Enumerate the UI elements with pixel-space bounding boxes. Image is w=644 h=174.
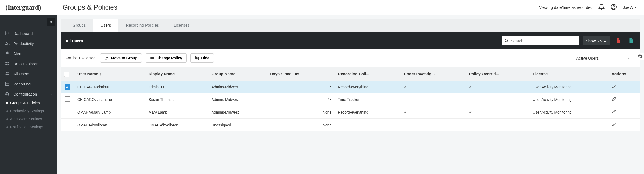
sidebar-item-reporting[interactable]: Reporting <box>0 79 57 89</box>
table-row[interactable]: CHICAGO\admin00 admin 00 Admins-Midwest … <box>61 81 640 93</box>
bell-icon <box>5 51 10 56</box>
grid-icon <box>5 61 10 66</box>
export-pdf-button[interactable] <box>614 36 623 45</box>
row-checkbox[interactable] <box>65 122 70 127</box>
pencil-icon <box>612 109 616 114</box>
cell-display-name: OMAHA\bvalloran <box>145 119 208 131</box>
show-value: 25 <box>597 39 602 43</box>
svg-rect-7 <box>8 64 9 65</box>
cell-days-since: None <box>267 106 335 119</box>
cell-display-name: Susan Thomas <box>145 93 208 106</box>
user-menu[interactable]: Joe A <box>623 5 637 10</box>
button-label: Hide <box>201 56 209 60</box>
cell-license: User Activity Monitoring <box>530 81 608 93</box>
subnav-groups-policies[interactable]: Groups & Policies <box>3 99 57 107</box>
cell-under-investigation: ✓ <box>401 106 466 119</box>
cell-policy-override: ✓ <box>466 81 530 93</box>
cell-recording-policy <box>335 119 401 131</box>
sidebar-item-label: Dashboard <box>13 31 33 36</box>
col-license[interactable]: License <box>530 67 608 81</box>
table-row[interactable]: OMAHA\bvalloran OMAHA\bvalloran Unassign… <box>61 119 640 131</box>
tab-users[interactable]: Users <box>93 19 118 32</box>
col-user-name[interactable]: User Name↑ <box>74 67 145 81</box>
users-icon <box>105 56 109 60</box>
sidebar-item-label: Data Explorer <box>13 61 38 66</box>
col-display-name[interactable]: Display Name <box>145 67 208 81</box>
row-checkbox[interactable] <box>65 109 70 114</box>
sidebar-item-label: Productivity <box>13 41 34 46</box>
sidebar-item-label: Alerts <box>13 51 23 56</box>
show-count-dropdown[interactable]: Show 25 ⌄ <box>583 36 610 45</box>
chevron-down-icon: ⌄ <box>628 56 631 60</box>
col-label: User Name <box>77 72 98 76</box>
tab-licenses[interactable]: Licenses <box>166 19 197 32</box>
subnav-label: Productivity Settings <box>10 109 44 113</box>
subnav-productivity-settings[interactable]: Productivity Settings <box>3 107 57 115</box>
cell-group-name: Admins-Midwest <box>208 81 267 93</box>
notifications-bell-icon[interactable] <box>598 4 605 11</box>
user-filter-dropdown[interactable]: Active Users ⌄ <box>572 53 635 63</box>
cell-display-name: admin 00 <box>145 81 208 93</box>
sidebar-item-alerts[interactable]: Alerts <box>0 48 57 59</box>
table-row[interactable]: CHICAGO\susan.tho Susan Thomas Admins-Mi… <box>61 93 640 106</box>
sidebar-item-label: All Users <box>13 72 29 76</box>
search-box[interactable] <box>502 36 579 45</box>
col-under-investigation[interactable]: Under Investig... <box>401 67 466 81</box>
sidebar-item-all-users[interactable]: All Users <box>0 69 57 79</box>
button-label: Change Policy <box>157 56 182 60</box>
sidebar-item-data-explorer[interactable]: Data Explorer <box>0 59 57 69</box>
cell-license <box>530 119 608 131</box>
row-checkbox[interactable] <box>65 96 70 102</box>
user-avatar-icon[interactable] <box>611 4 617 11</box>
cell-under-investigation <box>401 93 466 106</box>
file-pdf-icon <box>615 38 621 44</box>
col-recording-policy[interactable]: Recording Poli... <box>335 67 401 81</box>
select-all-checkbox[interactable] <box>64 72 69 77</box>
subnav-label: Notification Settings <box>10 125 43 129</box>
table-row[interactable]: OMAHA\Mary Lamb Mary Lamb Admins-Midwest… <box>61 106 640 119</box>
gear-icon <box>5 92 10 96</box>
export-csv-button[interactable] <box>626 36 635 45</box>
eye-off-icon <box>195 56 199 60</box>
svg-point-1 <box>613 5 614 7</box>
tab-recording-policies[interactable]: Recording Policies <box>118 19 166 32</box>
subnav-alert-word-settings[interactable]: Alert Word Settings <box>3 115 57 123</box>
svg-point-8 <box>6 72 7 74</box>
search-input[interactable] <box>511 39 576 43</box>
svg-point-12 <box>107 57 108 58</box>
edit-row-button[interactable] <box>612 98 616 102</box>
col-days-since[interactable]: Days Since Las... <box>267 67 335 81</box>
col-group-name[interactable]: Group Name <box>208 67 267 81</box>
button-label: Move to Group <box>111 56 137 60</box>
move-to-group-button[interactable]: Move to Group <box>100 53 142 63</box>
show-label: Show <box>586 39 596 43</box>
subnav-label: Groups & Policies <box>10 101 40 105</box>
sidebar-item-configuration[interactable]: Configuration ⌄ <box>0 89 57 99</box>
svg-rect-13 <box>150 57 153 59</box>
edit-row-button[interactable] <box>612 85 616 90</box>
cell-recording-policy: Record-everything <box>335 81 401 93</box>
cell-recording-policy: Record-everything <box>335 106 401 119</box>
edit-row-button[interactable] <box>612 111 616 115</box>
svg-point-2 <box>6 42 7 43</box>
sidebar-item-dashboard[interactable]: Dashboard <box>0 28 57 38</box>
page-title: Groups & Policies <box>62 3 117 11</box>
cell-user-name: CHICAGO\admin00 <box>74 81 145 93</box>
hide-button[interactable]: Hide <box>190 53 214 63</box>
panel-title: All Users <box>66 39 498 43</box>
file-csv-icon <box>628 38 634 44</box>
col-policy-override[interactable]: Policy Overrid... <box>466 67 530 81</box>
row-checkbox[interactable] <box>65 84 70 90</box>
cell-group-name: Unassigned <box>208 119 267 131</box>
filter-label: Active Users <box>576 56 599 60</box>
cell-days-since: 48 <box>267 93 335 106</box>
svg-point-3 <box>7 43 10 45</box>
sidebar-item-productivity[interactable]: Productivity <box>0 38 57 48</box>
tab-groups[interactable]: Groups <box>65 19 93 32</box>
sidebar-collapse-button[interactable]: « <box>47 18 55 26</box>
page-settings-gear-icon[interactable] <box>637 53 644 60</box>
change-policy-button[interactable]: Change Policy <box>146 53 187 63</box>
edit-row-button[interactable] <box>612 123 616 128</box>
subnav-notification-settings[interactable]: Notification Settings <box>3 123 57 131</box>
check-icon: ✓ <box>469 110 472 114</box>
